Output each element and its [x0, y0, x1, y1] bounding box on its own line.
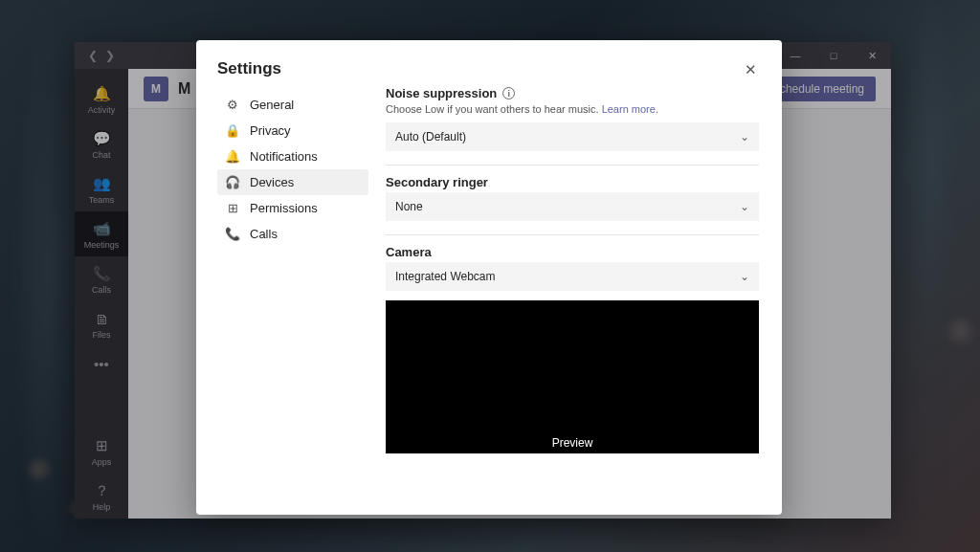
noise-suppression-section: Noise suppression i Choose Low if you wa… [386, 86, 759, 166]
camera-preview: Preview [386, 300, 759, 453]
headset-icon: 🎧 [225, 175, 240, 189]
settings-nav-general[interactable]: ⚙ General [217, 92, 368, 118]
nav-label: Permissions [250, 201, 318, 215]
chevron-down-icon: ⌄ [740, 200, 749, 213]
select-value: Auto (Default) [395, 130, 466, 144]
select-value: Integrated Webcam [395, 270, 496, 283]
settings-nav: ⚙ General 🔒 Privacy 🔔 Notifications 🎧 De… [217, 86, 368, 501]
settings-close-button[interactable]: ✕ [741, 59, 761, 80]
bell-icon: 🔔 [225, 149, 240, 164]
nav-label: Calls [250, 227, 278, 241]
settings-title: Settings [217, 59, 281, 78]
chevron-down-icon: ⌄ [740, 270, 749, 283]
settings-modal: Settings ✕ ⚙ General 🔒 Privacy 🔔 Notific… [196, 40, 782, 515]
nav-label: Notifications [250, 149, 318, 164]
info-icon[interactable]: i [502, 87, 515, 99]
secondary-ringer-section: Secondary ringer None ⌄ [386, 175, 759, 235]
settings-nav-devices[interactable]: 🎧 Devices [217, 169, 368, 195]
settings-nav-permissions[interactable]: ⊞ Permissions [217, 195, 368, 221]
lock-icon: 🔒 [225, 123, 240, 138]
gear-icon: ⚙ [225, 98, 240, 112]
settings-nav-calls[interactable]: 📞 Calls [217, 221, 368, 247]
settings-nav-notifications[interactable]: 🔔 Notifications [217, 144, 368, 169]
nav-label: Privacy [250, 123, 291, 138]
grid-icon: ⊞ [225, 201, 240, 215]
preview-label: Preview [552, 436, 593, 450]
camera-title: Camera [386, 245, 432, 259]
settings-nav-privacy[interactable]: 🔒 Privacy [217, 118, 368, 144]
camera-section: Camera Integrated Webcam ⌄ Preview [386, 245, 759, 467]
nav-label: Devices [250, 175, 294, 189]
camera-select[interactable]: Integrated Webcam ⌄ [386, 262, 759, 291]
secondary-ringer-select[interactable]: None ⌄ [386, 192, 759, 221]
select-value: None [395, 200, 423, 213]
nav-label: General [250, 98, 294, 112]
settings-content: Noise suppression i Choose Low if you wa… [368, 86, 782, 501]
ringer-title: Secondary ringer [386, 175, 488, 189]
chevron-down-icon: ⌄ [740, 130, 749, 144]
noise-desc: Choose Low if you want others to hear mu… [386, 103, 759, 115]
learn-more-link[interactable]: Learn more. [602, 103, 658, 115]
noise-suppression-select[interactable]: Auto (Default) ⌄ [386, 122, 759, 151]
noise-title: Noise suppression [386, 86, 497, 100]
phone-icon: 📞 [225, 227, 240, 241]
noise-desc-text: Choose Low if you want others to hear mu… [386, 103, 599, 115]
